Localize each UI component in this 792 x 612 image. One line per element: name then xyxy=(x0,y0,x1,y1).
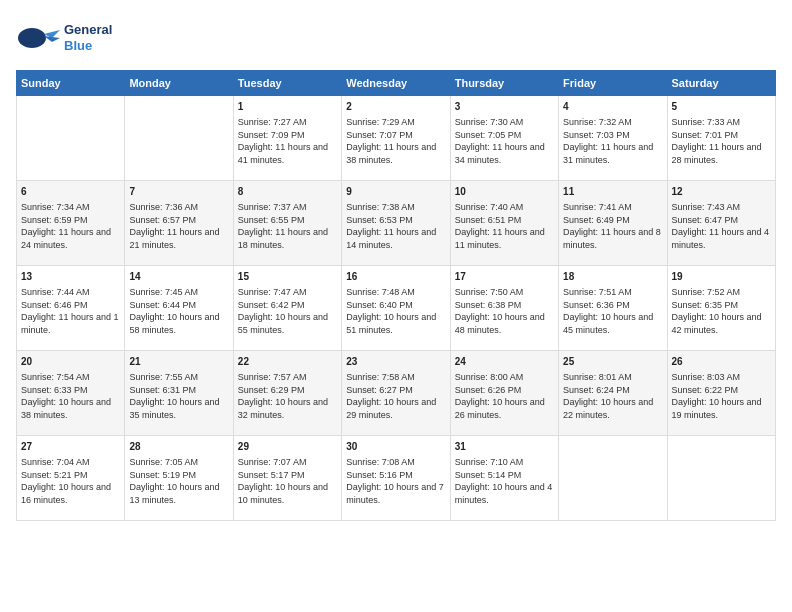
cell-sun-data: Sunrise: 7:36 AM Sunset: 6:57 PM Dayligh… xyxy=(129,201,228,251)
calendar-cell: 31Sunrise: 7:10 AM Sunset: 5:14 PM Dayli… xyxy=(450,436,558,521)
cell-sun-data: Sunrise: 7:55 AM Sunset: 6:31 PM Dayligh… xyxy=(129,371,228,421)
cell-sun-data: Sunrise: 7:38 AM Sunset: 6:53 PM Dayligh… xyxy=(346,201,445,251)
logo: General Blue xyxy=(16,16,112,60)
cell-sun-data: Sunrise: 7:05 AM Sunset: 5:19 PM Dayligh… xyxy=(129,456,228,506)
cell-sun-data: Sunrise: 8:00 AM Sunset: 6:26 PM Dayligh… xyxy=(455,371,554,421)
calendar-cell: 12Sunrise: 7:43 AM Sunset: 6:47 PM Dayli… xyxy=(667,181,775,266)
day-number: 19 xyxy=(672,270,771,284)
calendar-cell: 28Sunrise: 7:05 AM Sunset: 5:19 PM Dayli… xyxy=(125,436,233,521)
calendar-cell: 27Sunrise: 7:04 AM Sunset: 5:21 PM Dayli… xyxy=(17,436,125,521)
day-number: 29 xyxy=(238,440,337,454)
calendar-cell: 10Sunrise: 7:40 AM Sunset: 6:51 PM Dayli… xyxy=(450,181,558,266)
cell-sun-data: Sunrise: 7:57 AM Sunset: 6:29 PM Dayligh… xyxy=(238,371,337,421)
column-header-tuesday: Tuesday xyxy=(233,71,341,96)
day-number: 4 xyxy=(563,100,662,114)
calendar-cell: 23Sunrise: 7:58 AM Sunset: 6:27 PM Dayli… xyxy=(342,351,450,436)
cell-sun-data: Sunrise: 7:37 AM Sunset: 6:55 PM Dayligh… xyxy=(238,201,337,251)
cell-sun-data: Sunrise: 7:10 AM Sunset: 5:14 PM Dayligh… xyxy=(455,456,554,506)
day-number: 22 xyxy=(238,355,337,369)
cell-sun-data: Sunrise: 7:29 AM Sunset: 7:07 PM Dayligh… xyxy=(346,116,445,166)
calendar-cell: 20Sunrise: 7:54 AM Sunset: 6:33 PM Dayli… xyxy=(17,351,125,436)
cell-sun-data: Sunrise: 7:54 AM Sunset: 6:33 PM Dayligh… xyxy=(21,371,120,421)
column-header-monday: Monday xyxy=(125,71,233,96)
day-number: 24 xyxy=(455,355,554,369)
day-number: 30 xyxy=(346,440,445,454)
day-number: 16 xyxy=(346,270,445,284)
day-number: 7 xyxy=(129,185,228,199)
cell-sun-data: Sunrise: 7:08 AM Sunset: 5:16 PM Dayligh… xyxy=(346,456,445,506)
logo-bird-icon xyxy=(16,16,60,60)
calendar-cell: 6Sunrise: 7:34 AM Sunset: 6:59 PM Daylig… xyxy=(17,181,125,266)
cell-sun-data: Sunrise: 7:33 AM Sunset: 7:01 PM Dayligh… xyxy=(672,116,771,166)
day-number: 25 xyxy=(563,355,662,369)
svg-point-0 xyxy=(18,28,46,48)
cell-sun-data: Sunrise: 7:41 AM Sunset: 6:49 PM Dayligh… xyxy=(563,201,662,251)
calendar-cell: 18Sunrise: 7:51 AM Sunset: 6:36 PM Dayli… xyxy=(559,266,667,351)
day-number: 31 xyxy=(455,440,554,454)
day-number: 1 xyxy=(238,100,337,114)
calendar-cell: 30Sunrise: 7:08 AM Sunset: 5:16 PM Dayli… xyxy=(342,436,450,521)
day-number: 6 xyxy=(21,185,120,199)
calendar-cell: 19Sunrise: 7:52 AM Sunset: 6:35 PM Dayli… xyxy=(667,266,775,351)
day-number: 17 xyxy=(455,270,554,284)
calendar-cell: 4Sunrise: 7:32 AM Sunset: 7:03 PM Daylig… xyxy=(559,96,667,181)
cell-sun-data: Sunrise: 7:52 AM Sunset: 6:35 PM Dayligh… xyxy=(672,286,771,336)
calendar-cell: 15Sunrise: 7:47 AM Sunset: 6:42 PM Dayli… xyxy=(233,266,341,351)
calendar-cell: 8Sunrise: 7:37 AM Sunset: 6:55 PM Daylig… xyxy=(233,181,341,266)
calendar-table: SundayMondayTuesdayWednesdayThursdayFrid… xyxy=(16,70,776,521)
day-number: 23 xyxy=(346,355,445,369)
cell-sun-data: Sunrise: 7:32 AM Sunset: 7:03 PM Dayligh… xyxy=(563,116,662,166)
logo-text-general: General xyxy=(64,22,112,38)
calendar-week-row: 27Sunrise: 7:04 AM Sunset: 5:21 PM Dayli… xyxy=(17,436,776,521)
day-number: 2 xyxy=(346,100,445,114)
calendar-week-row: 1Sunrise: 7:27 AM Sunset: 7:09 PM Daylig… xyxy=(17,96,776,181)
cell-sun-data: Sunrise: 7:34 AM Sunset: 6:59 PM Dayligh… xyxy=(21,201,120,251)
calendar-week-row: 6Sunrise: 7:34 AM Sunset: 6:59 PM Daylig… xyxy=(17,181,776,266)
calendar-cell xyxy=(17,96,125,181)
day-number: 5 xyxy=(672,100,771,114)
day-number: 8 xyxy=(238,185,337,199)
calendar-cell: 3Sunrise: 7:30 AM Sunset: 7:05 PM Daylig… xyxy=(450,96,558,181)
calendar-cell xyxy=(667,436,775,521)
day-number: 26 xyxy=(672,355,771,369)
column-header-sunday: Sunday xyxy=(17,71,125,96)
calendar-cell: 22Sunrise: 7:57 AM Sunset: 6:29 PM Dayli… xyxy=(233,351,341,436)
day-number: 9 xyxy=(346,185,445,199)
calendar-cell: 13Sunrise: 7:44 AM Sunset: 6:46 PM Dayli… xyxy=(17,266,125,351)
cell-sun-data: Sunrise: 7:48 AM Sunset: 6:40 PM Dayligh… xyxy=(346,286,445,336)
cell-sun-data: Sunrise: 7:43 AM Sunset: 6:47 PM Dayligh… xyxy=(672,201,771,251)
day-number: 14 xyxy=(129,270,228,284)
calendar-cell: 21Sunrise: 7:55 AM Sunset: 6:31 PM Dayli… xyxy=(125,351,233,436)
calendar-week-row: 20Sunrise: 7:54 AM Sunset: 6:33 PM Dayli… xyxy=(17,351,776,436)
logo-text-blue: Blue xyxy=(64,38,112,54)
day-number: 11 xyxy=(563,185,662,199)
day-number: 13 xyxy=(21,270,120,284)
day-number: 27 xyxy=(21,440,120,454)
cell-sun-data: Sunrise: 7:47 AM Sunset: 6:42 PM Dayligh… xyxy=(238,286,337,336)
calendar-cell: 29Sunrise: 7:07 AM Sunset: 5:17 PM Dayli… xyxy=(233,436,341,521)
cell-sun-data: Sunrise: 7:30 AM Sunset: 7:05 PM Dayligh… xyxy=(455,116,554,166)
page-header: General Blue xyxy=(16,16,776,60)
day-number: 3 xyxy=(455,100,554,114)
column-header-friday: Friday xyxy=(559,71,667,96)
calendar-cell: 11Sunrise: 7:41 AM Sunset: 6:49 PM Dayli… xyxy=(559,181,667,266)
day-number: 18 xyxy=(563,270,662,284)
logo-container: General Blue xyxy=(16,16,112,60)
cell-sun-data: Sunrise: 7:40 AM Sunset: 6:51 PM Dayligh… xyxy=(455,201,554,251)
cell-sun-data: Sunrise: 7:07 AM Sunset: 5:17 PM Dayligh… xyxy=(238,456,337,506)
calendar-cell xyxy=(125,96,233,181)
cell-sun-data: Sunrise: 8:01 AM Sunset: 6:24 PM Dayligh… xyxy=(563,371,662,421)
cell-sun-data: Sunrise: 8:03 AM Sunset: 6:22 PM Dayligh… xyxy=(672,371,771,421)
calendar-cell: 9Sunrise: 7:38 AM Sunset: 6:53 PM Daylig… xyxy=(342,181,450,266)
calendar-cell: 2Sunrise: 7:29 AM Sunset: 7:07 PM Daylig… xyxy=(342,96,450,181)
day-number: 21 xyxy=(129,355,228,369)
column-header-saturday: Saturday xyxy=(667,71,775,96)
day-number: 10 xyxy=(455,185,554,199)
calendar-cell: 1Sunrise: 7:27 AM Sunset: 7:09 PM Daylig… xyxy=(233,96,341,181)
day-number: 12 xyxy=(672,185,771,199)
column-header-thursday: Thursday xyxy=(450,71,558,96)
calendar-cell: 16Sunrise: 7:48 AM Sunset: 6:40 PM Dayli… xyxy=(342,266,450,351)
cell-sun-data: Sunrise: 7:44 AM Sunset: 6:46 PM Dayligh… xyxy=(21,286,120,336)
cell-sun-data: Sunrise: 7:27 AM Sunset: 7:09 PM Dayligh… xyxy=(238,116,337,166)
calendar-cell: 7Sunrise: 7:36 AM Sunset: 6:57 PM Daylig… xyxy=(125,181,233,266)
